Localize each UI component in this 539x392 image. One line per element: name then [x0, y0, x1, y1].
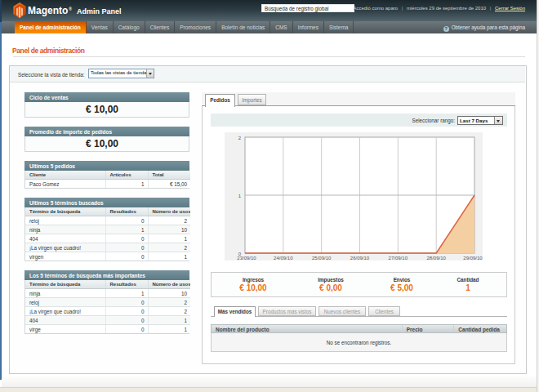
svg-text:24/09/10: 24/09/10 — [274, 256, 293, 261]
svg-text:23/09/10: 23/09/10 — [237, 256, 256, 261]
svg-text:28/09/10: 28/09/10 — [427, 256, 447, 261]
svg-text:27/09/10: 27/09/10 — [389, 256, 408, 261]
svg-text:29/09/10: 29/09/10 — [463, 256, 483, 261]
svg-text:25/09/10: 25/09/10 — [312, 256, 332, 261]
svg-text:26/09/10: 26/09/10 — [350, 256, 370, 261]
